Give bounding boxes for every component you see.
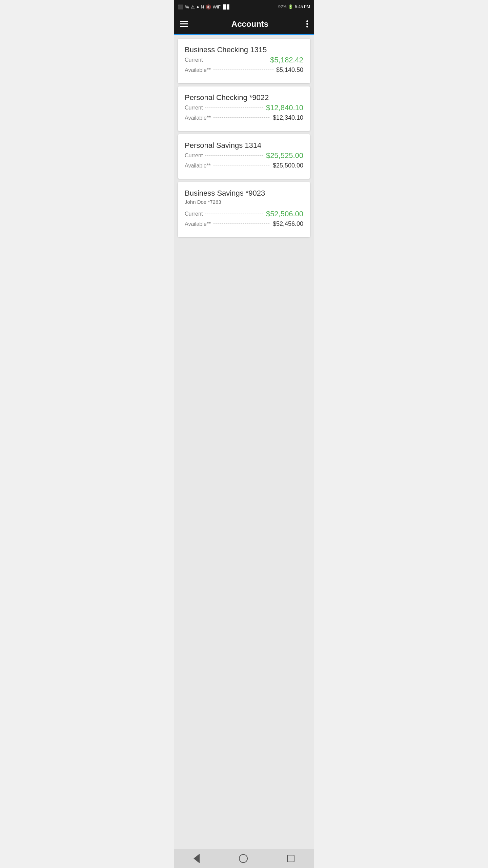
current-amount-3: $52,506.00 bbox=[266, 210, 303, 218]
dots-1a bbox=[205, 107, 263, 108]
account-card-3[interactable]: Business Savings *9023 John Doe *7263 Cu… bbox=[178, 182, 310, 237]
status-bar: ⬛ % ⚠ ● N 🔇 WiFi ▊▊ 92% 🔋 5:45 PM bbox=[174, 0, 314, 14]
dots-1b bbox=[214, 117, 270, 118]
dots-3a bbox=[205, 214, 263, 214]
account-name-3: Business Savings *9023 bbox=[185, 189, 303, 198]
available-amount-2: $25,500.00 bbox=[273, 162, 303, 169]
current-label-3: Current bbox=[185, 211, 203, 217]
current-label-1: Current bbox=[185, 105, 203, 111]
current-amount-1: $12,840.10 bbox=[266, 103, 303, 112]
percent-icon: % bbox=[185, 4, 189, 9]
bluetooth-icon: ● bbox=[197, 4, 199, 9]
available-label-0: Available** bbox=[185, 67, 211, 73]
available-amount-1: $12,340.10 bbox=[273, 114, 303, 121]
page-title: Accounts bbox=[231, 19, 268, 29]
available-label-3: Available** bbox=[185, 221, 211, 227]
available-label-1: Available** bbox=[185, 115, 211, 121]
current-balance-row-3: Current $52,506.00 bbox=[185, 210, 303, 218]
battery-percent: 92% bbox=[278, 4, 286, 9]
hamburger-menu-button[interactable] bbox=[180, 21, 188, 27]
dots-0b bbox=[214, 70, 273, 70]
current-balance-row-2: Current $25,525.00 bbox=[185, 151, 303, 160]
account-card-0[interactable]: Business Checking 1315 Current $5,182.42… bbox=[178, 39, 310, 83]
more-options-button[interactable] bbox=[306, 20, 308, 27]
signal-icon: ▊▊ bbox=[223, 4, 230, 9]
time: 5:45 PM bbox=[295, 4, 310, 9]
current-balance-row-1: Current $12,840.10 bbox=[185, 103, 303, 112]
current-amount-0: $5,182.42 bbox=[270, 56, 303, 64]
available-balance-row-0: Available** $5,140.50 bbox=[185, 66, 303, 74]
warning-icon: ⚠ bbox=[191, 4, 195, 9]
battery-icon: 🔋 bbox=[288, 4, 293, 9]
status-info-right: 92% 🔋 5:45 PM bbox=[278, 4, 310, 9]
wifi-icon: WiFi bbox=[213, 4, 222, 9]
current-balance-row-0: Current $5,182.42 bbox=[185, 56, 303, 64]
available-amount-3: $52,456.00 bbox=[273, 220, 303, 228]
available-amount-0: $5,140.50 bbox=[276, 66, 303, 74]
current-amount-2: $25,525.00 bbox=[266, 151, 303, 160]
available-label-2: Available** bbox=[185, 163, 211, 169]
account-name-1: Personal Checking *9022 bbox=[185, 93, 303, 102]
available-balance-row-2: Available** $25,500.00 bbox=[185, 162, 303, 169]
account-sub-3: John Doe *7263 bbox=[185, 199, 303, 205]
dots-3b bbox=[214, 223, 270, 224]
account-card-1[interactable]: Personal Checking *9022 Current $12,840.… bbox=[178, 86, 310, 131]
mute-icon: 🔇 bbox=[206, 4, 211, 9]
dots-0a bbox=[205, 60, 267, 60]
account-card-2[interactable]: Personal Savings 1314 Current $25,525.00… bbox=[178, 134, 310, 179]
account-name-2: Personal Savings 1314 bbox=[185, 141, 303, 150]
status-icons-left: ⬛ % ⚠ ● N 🔇 WiFi ▊▊ bbox=[178, 4, 230, 9]
app-icon-1: ⬛ bbox=[178, 4, 183, 9]
available-balance-row-1: Available** $12,340.10 bbox=[185, 114, 303, 121]
dots-2b bbox=[214, 165, 270, 165]
current-label-2: Current bbox=[185, 153, 203, 159]
accounts-list: Business Checking 1315 Current $5,182.42… bbox=[174, 35, 314, 849]
current-label-0: Current bbox=[185, 57, 203, 63]
app-bar: Accounts bbox=[174, 14, 314, 35]
nfc-icon: N bbox=[201, 4, 204, 9]
dots-2a bbox=[205, 155, 263, 156]
account-name-0: Business Checking 1315 bbox=[185, 45, 303, 54]
available-balance-row-3: Available** $52,456.00 bbox=[185, 220, 303, 228]
